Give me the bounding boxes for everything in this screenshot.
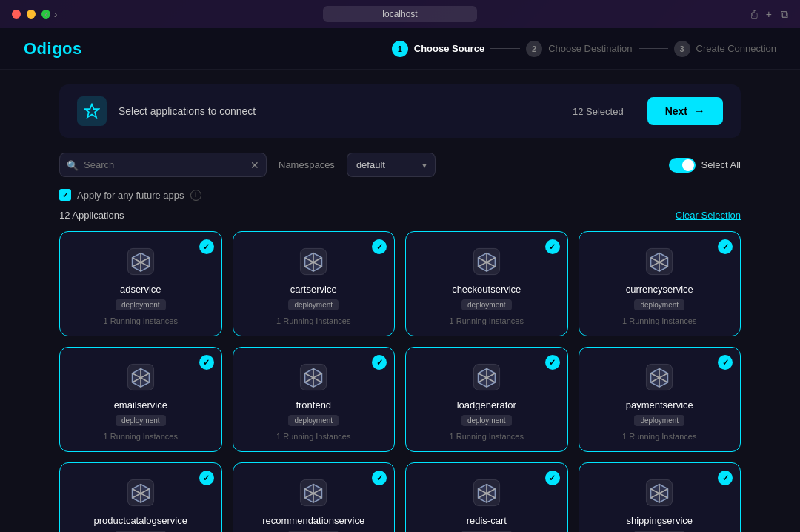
app-icon [470, 361, 503, 393]
apps-count: 12 Applications [59, 210, 124, 221]
apps-grid: ✓ adservice deployment 1 Running Instanc… [59, 231, 741, 532]
app-card[interactable]: ✓ emailservice deployment 1 Running Inst… [59, 347, 222, 452]
app-card-checkmark: ✓ [372, 239, 387, 254]
minimize-dot[interactable] [27, 10, 36, 19]
app-icon [124, 476, 157, 509]
url-bar[interactable]: localhost [323, 6, 476, 22]
app-badge: deployment [461, 415, 512, 426]
app-name: emailservice [114, 399, 167, 410]
app-name: currencyservice [626, 284, 693, 295]
app-card-checkmark: ✓ [372, 355, 387, 370]
app-card[interactable]: ✓ loadgenerator deployment 1 Running Ins… [405, 347, 568, 452]
top-card: Select applications to connect 12 Select… [59, 84, 741, 138]
next-button[interactable]: Next → [647, 97, 723, 125]
step-1-num: 1 [392, 41, 408, 57]
step-3-num: 3 [674, 41, 690, 57]
top-card-title: Select applications to connect [119, 105, 561, 117]
svg-marker-0 [85, 104, 99, 117]
app-badge: deployment [288, 415, 339, 426]
clear-selection-button[interactable]: Clear Selection [676, 210, 741, 221]
future-apps-label: Apply for any future apps [77, 190, 184, 201]
select-all-wrapper: Select All [669, 158, 741, 173]
step-connector-1 [490, 48, 520, 49]
step-3[interactable]: 3 Create Connection [674, 41, 776, 57]
search-wrapper: 🔍 ✕ [59, 153, 267, 177]
app-instances: 1 Running Instances [622, 432, 696, 441]
namespace-select[interactable]: default kube-system monitoring [347, 153, 436, 177]
checkmark-icon: ✓ [62, 191, 68, 199]
app-card[interactable]: ✓ frontend deployment 1 Running Instance… [233, 347, 396, 452]
plus-icon[interactable]: + [766, 8, 772, 21]
app-card[interactable]: ✓ shippingservice deployment 1 Running I… [579, 462, 741, 532]
select-all-toggle[interactable] [669, 158, 696, 173]
app-badge: deployment [116, 415, 166, 426]
app-instances: 1 Running Instances [450, 316, 524, 325]
app-card[interactable]: ✓ checkoutservice deployment 1 Running I… [405, 231, 568, 336]
app-badge: deployment [634, 415, 684, 426]
step-1[interactable]: 1 Choose Source [392, 41, 484, 57]
logo: Odigos [24, 39, 82, 59]
url-text: localhost [382, 9, 417, 19]
back-button[interactable]: ‹ [44, 8, 48, 20]
namespace-wrapper: default kube-system monitoring ▼ [347, 153, 436, 177]
app-name: checkoutservice [452, 284, 521, 295]
app-card[interactable]: ✓ redis-cart deployment 1 Running Instan… [405, 462, 568, 532]
selected-count: 12 Selected [573, 106, 624, 117]
step-1-label: Choose Source [414, 43, 484, 54]
close-dot[interactable] [12, 10, 21, 19]
app-card[interactable]: ✓ recommendationservice deployment 1 Run… [233, 462, 396, 532]
app-icon [297, 361, 330, 393]
info-icon[interactable]: i [190, 190, 201, 201]
step-2-num: 2 [526, 41, 542, 57]
app-instances: 1 Running Instances [104, 432, 178, 441]
app-name: paymentservice [626, 399, 693, 410]
step-2-label: Choose Destination [548, 43, 632, 54]
step-2[interactable]: 2 Choose Destination [526, 41, 632, 57]
search-input[interactable] [59, 153, 267, 177]
checkbox-row: ✓ Apply for any future apps i [59, 189, 741, 201]
top-card-icon [77, 96, 107, 126]
apps-header-row: 12 Applications Clear Selection [59, 210, 741, 221]
app-card-checkmark: ✓ [372, 471, 387, 485]
app-name: adservice [120, 284, 161, 295]
app-name: productcatalogservice [94, 515, 187, 526]
header: Odigos 1 Choose Source 2 Choose Destinat… [0, 28, 800, 70]
tabs-icon[interactable]: ⧉ [781, 8, 788, 21]
search-icon: 🔍 [67, 159, 79, 170]
app-card[interactable]: ✓ cartservice deployment 1 Running Insta… [233, 231, 396, 336]
next-arrow-icon: → [693, 104, 705, 118]
app-card-checkmark: ✓ [718, 471, 733, 485]
app-card-checkmark: ✓ [199, 471, 214, 485]
toggle-knob [682, 159, 694, 171]
app-card[interactable]: ✓ adservice deployment 1 Running Instanc… [59, 231, 222, 336]
app-name: loadgenerator [457, 399, 516, 410]
app-card[interactable]: ✓ productcatalogservice deployment 1 Run… [59, 462, 222, 532]
app-icon [124, 361, 157, 393]
titlebar: ‹ › localhost ⎙ + ⧉ [0, 0, 800, 28]
step-connector-2 [639, 48, 668, 49]
controls-row: 🔍 ✕ Namespaces default kube-system monit… [59, 153, 741, 177]
next-label: Next [665, 105, 687, 117]
step-3-label: Create Connection [696, 43, 776, 54]
app-name: cartservice [290, 284, 337, 295]
app-badge: deployment [116, 299, 166, 310]
app-instances: 1 Running Instances [450, 432, 524, 441]
app-name: frontend [296, 399, 331, 410]
app-window: Odigos 1 Choose Source 2 Choose Destinat… [0, 28, 800, 532]
app-card[interactable]: ✓ paymentservice deployment 1 Running In… [579, 347, 741, 452]
namespace-label: Namespaces [279, 159, 335, 170]
app-card[interactable]: ✓ currencyservice deployment 1 Running I… [579, 231, 741, 336]
app-icon [297, 476, 330, 509]
forward-button[interactable]: › [54, 8, 58, 20]
app-card-checkmark: ✓ [545, 355, 560, 370]
app-card-checkmark: ✓ [718, 239, 733, 254]
app-card-checkmark: ✓ [199, 239, 214, 254]
search-clear-button[interactable]: ✕ [250, 159, 259, 171]
app-icon [470, 476, 503, 509]
share-icon[interactable]: ⎙ [751, 8, 757, 21]
future-apps-checkbox[interactable]: ✓ [59, 189, 71, 201]
select-all-label: Select All [701, 159, 741, 170]
app-icon [297, 245, 330, 278]
app-icon [124, 245, 157, 278]
app-name: redis-cart [467, 515, 507, 526]
